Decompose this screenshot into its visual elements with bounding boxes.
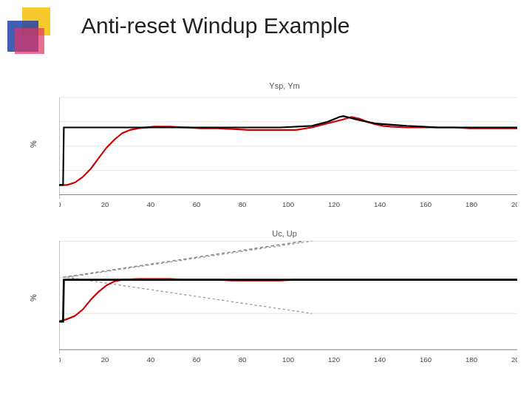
decorative-squares [7,7,66,66]
svg-text:time, min: time, min [270,364,306,366]
svg-text:200: 200 [511,200,517,207]
svg-text:80: 80 [239,355,247,363]
svg-text:0: 0 [59,200,61,207]
svg-line-47 [67,277,312,313]
svg-text:100: 100 [282,355,295,363]
svg-text:140: 140 [374,355,386,363]
svg-text:160: 160 [420,355,432,363]
svg-text:180: 180 [466,355,478,363]
svg-text:40: 40 [147,200,155,207]
svg-text:120: 120 [328,200,341,207]
svg-text:80: 80 [239,200,247,207]
svg-text:120: 120 [328,355,341,363]
chart-bottom-ylabel: % [29,294,38,301]
chart-top-area: Ysp, Ym % 75 70 65 60 55 0 20 40 60 80 1… [52,81,517,207]
svg-text:180: 180 [466,200,478,207]
svg-text:20: 20 [101,355,109,363]
chart-bottom-svg: 150 100 50 0 0 20 40 60 80 100 120 140 1… [59,229,517,366]
svg-text:0: 0 [59,355,61,363]
svg-text:60: 60 [193,355,201,363]
svg-line-44 [63,241,304,277]
svg-text:160: 160 [420,200,432,207]
svg-line-46 [67,241,312,277]
svg-text:100: 100 [282,200,295,207]
svg-text:40: 40 [147,355,155,363]
svg-text:200: 200 [511,355,517,363]
deco-pink-square [15,28,44,54]
chart-top: Ysp, Ym % 75 70 65 60 55 0 20 40 60 80 1… [52,81,517,207]
page-title: Anti-reset Windup Example [81,13,350,38]
chart-top-ylabel: % [29,140,38,148]
svg-text:140: 140 [374,200,386,207]
chart-bottom: Uc, Up % 150 100 50 0 0 20 40 60 80 100 … [52,229,517,366]
svg-text:60: 60 [193,200,201,207]
chart-top-svg: 75 70 65 60 55 0 20 40 60 80 100 120 140… [59,81,517,207]
chart-bottom-area: Uc, Up % 150 100 50 0 0 20 40 60 80 100 … [52,229,517,366]
svg-text:20: 20 [101,200,109,207]
